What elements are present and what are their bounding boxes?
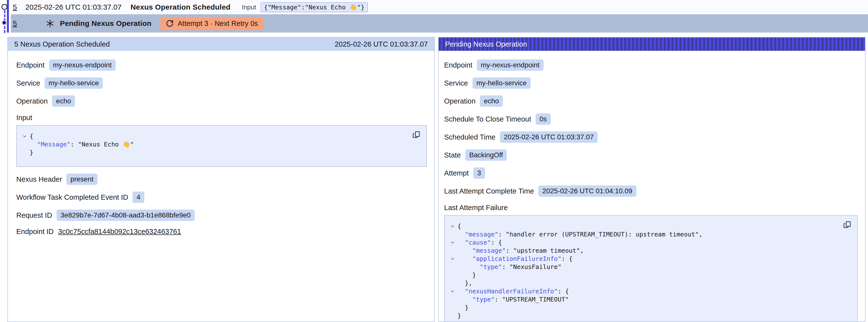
code-gutter (447, 263, 458, 271)
event-row-pending[interactable]: 5 Pending Nexus Operation Attempt 3 · Ne… (11, 14, 868, 33)
code-text: } (458, 312, 461, 320)
json-text: : { (491, 239, 502, 246)
retry-badge-label: Attempt 3 · Next Retry 0s (178, 20, 258, 28)
scheduled-panel-header: 5 Nexus Operation Scheduled 2025-02-26 U… (8, 37, 434, 51)
field-label: Endpoint (444, 61, 472, 69)
field-label: Endpoint ID (16, 228, 54, 236)
collapse-chevron-icon[interactable] (20, 132, 30, 140)
code-line: "type": "UPSTREAM_TIMEOUT" (447, 295, 837, 303)
code-line: "Message": "Nexus Echo 👋" (20, 140, 407, 149)
event-rows: 5 2025-02-26 UTC 01:03:37.07 Nexus Opera… (11, 0, 868, 33)
json-text: { (30, 133, 33, 140)
field-label: Service (16, 79, 40, 87)
field-value-chip: present (66, 173, 97, 185)
json-text: } (458, 312, 461, 319)
field-row: Workflow Task Completed Event ID4 (16, 192, 427, 203)
field-row: Attempt3 (444, 167, 858, 179)
field-label: Last Attempt Complete Time (444, 187, 534, 195)
json-text: } (30, 149, 33, 156)
copy-button[interactable] (842, 219, 853, 231)
input-label: Input (242, 3, 256, 11)
pending-event-title: Pending Nexus Operation (60, 19, 152, 28)
json-text: }, (458, 280, 472, 287)
code-line: "message": "upstream timeout", (447, 247, 837, 255)
code-line: "nexusHandlerFailureInfo": { (447, 287, 837, 295)
event-timestamp: 2025-02-26 UTC 01:03:37.07 (25, 3, 122, 11)
field-row: Schedule To Close Timeout0s (444, 114, 858, 125)
code-text: "type": "UPSTREAM_TIMEOUT" (458, 295, 569, 303)
collapse-chevron-icon[interactable] (447, 255, 458, 263)
collapse-chevron-icon[interactable] (447, 238, 458, 247)
timeline-open-marker (1, 4, 7, 10)
json-text: { (458, 223, 461, 230)
field-label: Operation (444, 97, 475, 105)
json-text (458, 263, 479, 270)
code-text: { (458, 222, 461, 230)
scheduled-fields-top: Endpointmy-nexus-endpointServicemy-hello… (16, 59, 427, 107)
scheduled-event-panel: 5 Nexus Operation Scheduled 2025-02-26 U… (7, 37, 435, 322)
json-key: "message" (465, 231, 498, 238)
code-gutter (447, 230, 458, 238)
code-gutter (447, 247, 458, 255)
pending-asterisk-icon (45, 19, 55, 28)
field-value-chip: 3 (473, 167, 485, 179)
field-value-chip: my-nexus-endpoint (477, 59, 544, 71)
event-detail-panels: 5 Nexus Operation Scheduled 2025-02-26 U… (7, 37, 866, 322)
field-row: Scheduled Time2025-02-26 UTC 01:03:37.07 (444, 131, 858, 143)
field-row: Endpoint ID3c0c75ccfa8144b092c13ce632463… (16, 228, 427, 236)
scheduled-panel-title: 5 Nexus Operation Scheduled (14, 40, 110, 48)
field-label: Workflow Task Completed Event ID (16, 193, 128, 201)
code-text: "Message": "Nexus Echo 👋" (30, 140, 134, 149)
json-text: : "upstream timeout", (506, 247, 584, 254)
field-label: Operation (16, 97, 48, 105)
field-value-chip: 0s (536, 114, 551, 125)
pending-panel-title: Pending Nexus Operation (445, 40, 527, 48)
code-gutter (20, 149, 30, 157)
field-label: Endpoint (16, 61, 45, 69)
field-value-chip: BackingOff (465, 150, 507, 161)
json-key: "applicationFailureInfo" (472, 255, 561, 262)
json-key: "cause" (465, 239, 491, 246)
scheduled-panel-timestamp: 2025-02-26 UTC 01:03:37.07 (335, 40, 428, 48)
code-line: } (447, 271, 837, 279)
pending-panel-body: Endpointmy-nexus-endpointServicemy-hello… (439, 51, 865, 322)
json-text: : "Nexus Echo 👋" (70, 141, 134, 148)
code-line: "type": "NexusFailure" (447, 263, 837, 271)
field-row: Endpointmy-nexus-endpoint (444, 59, 858, 71)
input-preview-chip[interactable]: {"Message":"Nexus Echo 👋"} (260, 2, 368, 12)
scheduled-panel-body: Endpointmy-nexus-endpointServicemy-hello… (8, 51, 434, 236)
field-row: Request ID3e829b7e-7d67-4b08-aad3-b1e868… (16, 210, 427, 221)
field-value-link[interactable]: 3c0c75ccfa8144b092c13ce632463761 (58, 228, 181, 236)
code-text: } (458, 303, 469, 312)
event-id-link[interactable]: 5 (13, 3, 17, 11)
code-text: "applicationFailureInfo": { (458, 255, 573, 263)
json-text: : "handler error (UPSTREAM_TIMEOUT): ups… (498, 231, 703, 238)
json-key: "nexusHandlerFailureInfo" (465, 288, 558, 295)
field-row: StateBackingOff (444, 150, 858, 161)
input-code-block: { "Message": "Nexus Echo 👋"} (16, 125, 427, 167)
event-row-scheduled[interactable]: 5 2025-02-26 UTC 01:03:37.07 Nexus Opera… (11, 0, 868, 14)
json-text (458, 231, 465, 238)
field-label: Scheduled Time (444, 133, 495, 141)
json-text (30, 141, 37, 148)
event-title: Nexus Operation Scheduled (130, 3, 230, 11)
pending-event-id-link[interactable]: 5 (13, 19, 17, 28)
code-text: "cause": { (458, 238, 502, 247)
json-key: "type" (472, 296, 494, 303)
pending-fields: Endpointmy-nexus-endpointServicemy-hello… (444, 59, 858, 197)
code-gutter (447, 279, 458, 287)
collapse-chevron-icon[interactable] (447, 287, 458, 295)
field-row: Servicemy-hello-service (444, 77, 858, 89)
field-value-chip: my-hello-service (472, 77, 531, 89)
copy-button[interactable] (411, 129, 422, 141)
pending-panel-header: Pending Nexus Operation (439, 37, 865, 51)
json-text: : "UPSTREAM_TIMEOUT" (495, 296, 569, 303)
code-gutter (447, 295, 458, 303)
collapse-chevron-icon[interactable] (447, 222, 458, 230)
json-text (458, 239, 465, 246)
json-text (458, 247, 472, 254)
code-line: "cause": { (447, 238, 837, 247)
json-text (458, 288, 465, 295)
field-value-chip: 2025-02-26 UTC 01:04:10.09 (538, 185, 636, 197)
json-text: } (458, 271, 476, 279)
